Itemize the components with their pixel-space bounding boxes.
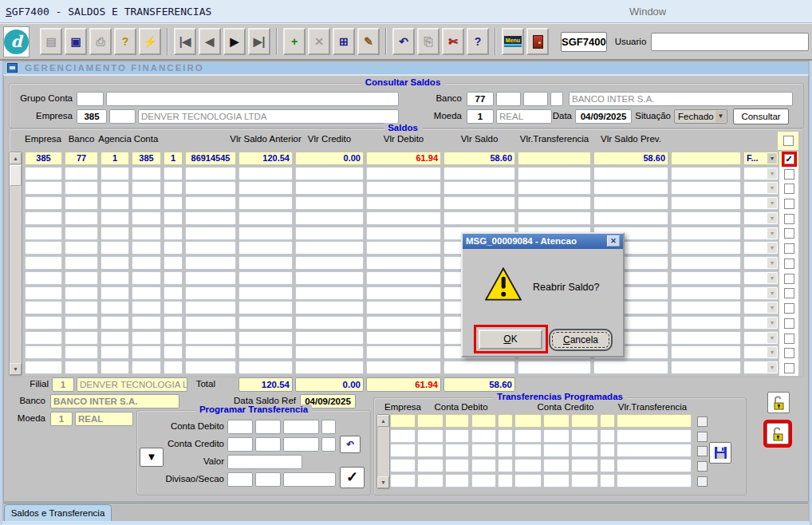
- grid-cell[interactable]: [101, 271, 129, 285]
- grid-cell[interactable]: [65, 301, 98, 314]
- grid-cell[interactable]: [514, 444, 542, 457]
- grid-cell[interactable]: [518, 152, 591, 165]
- grid-cell[interactable]: [445, 414, 469, 428]
- grid-cell[interactable]: [498, 429, 513, 443]
- grid-cell[interactable]: [366, 196, 441, 210]
- grid-cell[interactable]: [164, 196, 183, 210]
- grid-cell[interactable]: [671, 301, 741, 314]
- grid-cell[interactable]: [571, 474, 598, 488]
- grid-cell[interactable]: [514, 414, 542, 428]
- grid-cell[interactable]: 1: [164, 152, 183, 165]
- grid-cell[interactable]: [101, 331, 129, 345]
- grid-cell[interactable]: [238, 271, 293, 285]
- grid-cell[interactable]: [366, 241, 441, 255]
- grid-cell[interactable]: [132, 345, 161, 359]
- grid-cell[interactable]: [185, 227, 236, 240]
- grid-cell[interactable]: [185, 196, 236, 210]
- grid-cell[interactable]: [238, 241, 293, 255]
- chevron-down-icon[interactable]: ▼: [767, 198, 777, 208]
- grid-cell[interactable]: [65, 227, 98, 240]
- grid-cell[interactable]: [390, 414, 416, 428]
- grid-cell[interactable]: [101, 286, 129, 300]
- grid-cell[interactable]: [593, 196, 668, 210]
- grid-cell[interactable]: [185, 301, 236, 314]
- row-select-checkbox[interactable]: [784, 348, 794, 358]
- cancel-button[interactable]: Cancela: [549, 329, 613, 351]
- first-record-button[interactable]: |◀: [174, 28, 196, 55]
- grid-cell[interactable]: [617, 444, 692, 457]
- grid-cell[interactable]: 385: [132, 152, 161, 165]
- grid-cell[interactable]: [65, 316, 98, 330]
- grid-cell[interactable]: [366, 331, 441, 345]
- grid-cell[interactable]: [571, 429, 598, 443]
- row-select-checkbox[interactable]: ✓: [784, 154, 794, 164]
- grid-cell[interactable]: [25, 316, 62, 330]
- grid-cell[interactable]: [65, 241, 98, 255]
- grid-cell[interactable]: [101, 345, 129, 359]
- grid-cell[interactable]: [366, 227, 441, 240]
- chevron-down-icon[interactable]: ▼: [767, 258, 777, 268]
- grid-cell[interactable]: [600, 414, 615, 428]
- grid-cell[interactable]: [390, 474, 416, 488]
- grid-cell[interactable]: [65, 345, 98, 359]
- grid-cell[interactable]: 0.00: [295, 152, 364, 165]
- grid-cell[interactable]: [25, 271, 62, 285]
- situacao-dropdown[interactable]: ▼: [743, 211, 778, 225]
- chevron-down-icon[interactable]: ▼: [767, 302, 777, 313]
- row-select-checkbox[interactable]: [784, 363, 794, 373]
- row-select-checkbox[interactable]: [784, 214, 794, 224]
- grid-cell[interactable]: [295, 345, 364, 359]
- grid-cell[interactable]: 385: [25, 152, 62, 165]
- grid-cell[interactable]: [600, 444, 615, 457]
- grid-cell[interactable]: 120.54: [238, 152, 293, 165]
- ok-button[interactable]: OK: [479, 330, 542, 349]
- last-record-button[interactable]: ▶|: [248, 28, 270, 55]
- grid-cell[interactable]: [25, 211, 62, 225]
- grid-cell[interactable]: [164, 286, 183, 300]
- grid-cell[interactable]: [443, 211, 515, 225]
- exit-button[interactable]: [526, 28, 549, 55]
- grid-cell[interactable]: [185, 241, 236, 255]
- grid-cell[interactable]: [65, 361, 98, 374]
- row-select-checkbox[interactable]: [784, 288, 794, 298]
- situacao-dropdown[interactable]: ▼: [743, 181, 778, 195]
- grid-cell[interactable]: [366, 181, 441, 195]
- grid-cell[interactable]: [295, 256, 364, 270]
- grid-cell[interactable]: [518, 167, 591, 180]
- grid-cell[interactable]: [671, 361, 741, 374]
- grid-cell[interactable]: [593, 211, 668, 225]
- transfer-select-checkbox[interactable]: [697, 432, 708, 442]
- grid-cell[interactable]: [238, 331, 293, 345]
- undo-button[interactable]: ↶: [392, 28, 415, 55]
- grid-cell[interactable]: [132, 361, 161, 374]
- grid-cell[interactable]: [185, 361, 236, 374]
- grid-cell[interactable]: [132, 227, 161, 240]
- lock-balance-button[interactable]: [767, 423, 789, 444]
- grid-cell[interactable]: [132, 331, 161, 345]
- delete-record-button[interactable]: ✕: [308, 28, 330, 55]
- grid-cell[interactable]: [101, 316, 129, 330]
- grid-cell[interactable]: [65, 167, 98, 180]
- grid-cell[interactable]: [164, 241, 183, 255]
- grid-cell[interactable]: [471, 414, 496, 428]
- grid-cell[interactable]: [185, 286, 236, 300]
- grid-cell[interactable]: [238, 301, 293, 314]
- menu-button[interactable]: Menu: [502, 28, 524, 55]
- grid-cell[interactable]: [543, 414, 570, 428]
- grid-cell[interactable]: [295, 301, 364, 314]
- grid-cell[interactable]: [498, 444, 513, 457]
- grid-cell[interactable]: [518, 211, 591, 225]
- transfer-select-checkbox[interactable]: [697, 476, 708, 487]
- grid-cell[interactable]: 77: [65, 152, 98, 165]
- grid-cell[interactable]: [238, 167, 293, 180]
- grid-cell[interactable]: [25, 361, 62, 374]
- chevron-down-icon[interactable]: ▼: [767, 183, 777, 193]
- grid-cell[interactable]: [25, 331, 62, 345]
- grid-cell[interactable]: [185, 167, 236, 180]
- grid-cell[interactable]: [617, 414, 692, 428]
- grid-cell[interactable]: [571, 414, 598, 428]
- grid-cell[interactable]: [101, 361, 129, 374]
- grid-cell[interactable]: [295, 241, 364, 255]
- grid-cell[interactable]: [366, 345, 441, 359]
- save-button[interactable]: ▤: [40, 28, 62, 55]
